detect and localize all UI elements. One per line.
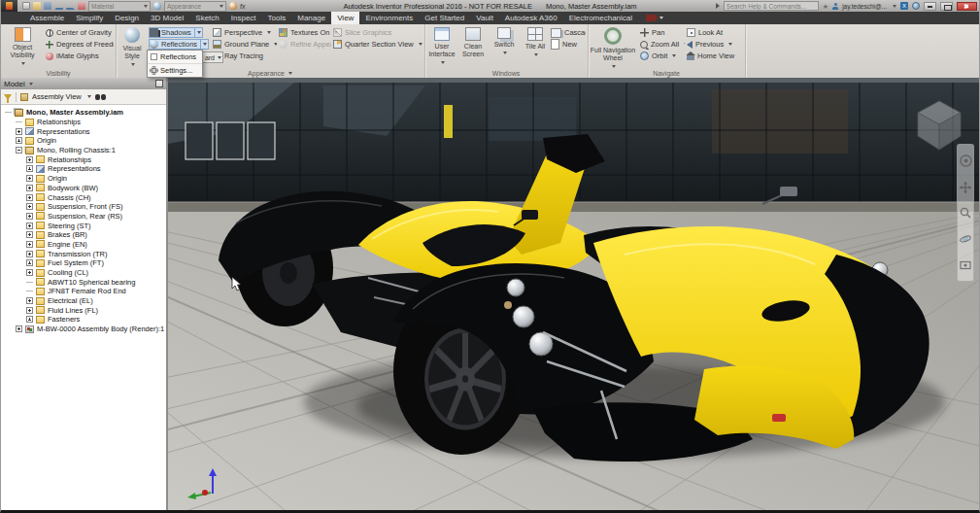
tab-tools[interactable]: Tools [262, 12, 292, 24]
tree-item[interactable]: Bodywork (BW) [1, 184, 166, 193]
tree-item[interactable]: Relationships [1, 118, 166, 127]
restore-button[interactable] [940, 2, 953, 11]
tree-item[interactable]: Fluid Lines (FL) [1, 305, 166, 315]
tree-item[interactable]: Electrical (EL) [1, 296, 166, 306]
zoom-all-button[interactable]: Zoom All [640, 39, 685, 50]
tree-item[interactable]: Chassis (CH) [1, 192, 166, 202]
minimize-button[interactable] [924, 2, 936, 11]
tab-design[interactable]: Design [109, 12, 145, 24]
pan-button[interactable]: Pan [640, 27, 683, 38]
expand-icon[interactable] [16, 325, 22, 332]
favorites-star-icon[interactable] [823, 2, 828, 11]
new-window-button[interactable]: New [551, 39, 586, 50]
imate-glyphs-button[interactable]: iMate Glyphs [46, 51, 114, 61]
expand-icon[interactable] [26, 241, 33, 248]
expand-icon[interactable] [26, 297, 33, 304]
slice-graphics-button[interactable]: Slice Graphics [333, 27, 419, 38]
tree-item[interactable]: Transmission (TR) [1, 249, 166, 258]
menu-item-settings-[interactable]: Settings... [148, 63, 202, 77]
clean-screen-button[interactable]: Clean Screen [459, 26, 487, 73]
tree-item[interactable]: M-BW-0000 Assembly Body (Render):1 [1, 325, 166, 334]
menu-item-reflections[interactable]: Reflections [148, 51, 202, 63]
navigation-bar[interactable] [957, 144, 974, 282]
expand-icon[interactable] [16, 128, 22, 135]
open-icon[interactable] [33, 2, 41, 10]
tree-item[interactable]: Engine (EN) [1, 240, 166, 250]
expand-icon[interactable] [26, 307, 33, 314]
filter-icon[interactable] [4, 94, 12, 100]
tab-electromechanical[interactable]: Electromechanical [563, 12, 638, 24]
tile-all-button[interactable]: Tile All [522, 26, 549, 73]
refine-appearance-button[interactable]: Refine Appearance [279, 39, 331, 50]
undo-icon[interactable] [54, 3, 63, 10]
object-visibility-button[interactable]: Object Visibility [3, 26, 42, 73]
tab-sketch[interactable]: Sketch [189, 12, 224, 24]
expand-icon[interactable] [26, 222, 33, 229]
previous-view-button[interactable]: Previous [687, 39, 741, 50]
tree-item[interactable]: Cooling (CL) [1, 268, 166, 278]
perspective-button[interactable]: Perspective [213, 27, 273, 38]
pan-icon[interactable] [960, 182, 971, 193]
collapse-icon[interactable] [16, 147, 22, 154]
expand-icon[interactable] [26, 251, 33, 257]
tree-item[interactable]: Steering (ST) [1, 221, 166, 230]
adjust-appearance-icon[interactable] [229, 2, 237, 10]
tree-item[interactable]: Origin [1, 136, 166, 146]
update-icon[interactable] [78, 2, 85, 10]
expand-icon[interactable] [26, 165, 33, 172]
zoom-icon[interactable] [960, 207, 971, 219]
visual-style-button[interactable]: Visual Style [118, 26, 147, 73]
close-button[interactable] [957, 2, 977, 11]
navigation-wheel-icon[interactable] [960, 154, 972, 167]
appearance-combo[interactable]: Appearance [164, 1, 226, 12]
expand-icon[interactable] [26, 259, 33, 266]
tree-item[interactable]: Suspension, Front (FS) [1, 202, 166, 212]
orbit-icon[interactable] [960, 233, 971, 245]
shadows-dropdown[interactable] [194, 28, 201, 37]
user-interface-button[interactable]: User Interface [426, 26, 457, 73]
search-input[interactable] [724, 1, 819, 11]
tab-inspect[interactable]: Inspect [225, 12, 262, 24]
application-menu-button[interactable] [1, 0, 17, 12]
expand-icon[interactable] [26, 231, 33, 238]
full-navigation-wheel-button[interactable]: Full Navigation Wheel [590, 26, 636, 73]
ground-plane-button[interactable]: Ground Plane [213, 39, 277, 50]
tree-item[interactable]: Fasteners [1, 315, 166, 325]
signed-in-user[interactable]: jay.tedeschi@... [842, 3, 887, 10]
expand-icon[interactable] [26, 185, 33, 191]
tree-item[interactable]: Representations [1, 126, 166, 136]
graphics-viewport[interactable] [168, 78, 979, 510]
tab-simplify[interactable]: Simplify [70, 12, 109, 24]
orbit-button[interactable]: Orbit [640, 51, 683, 61]
reflections-button[interactable]: Reflections [149, 39, 209, 50]
material-combo[interactable]: Material [88, 1, 151, 12]
tab-manage[interactable]: Manage [291, 12, 331, 24]
help-globe-icon[interactable] [912, 2, 920, 10]
find-icon[interactable] [95, 94, 100, 100]
tree-item[interactable]: Suspension, Rear (RS) [1, 212, 166, 222]
exchange-apps-icon[interactable] [900, 2, 908, 10]
look-at-icon[interactable] [960, 259, 971, 271]
save-icon[interactable] [44, 2, 51, 10]
view-selector[interactable]: Assembly View [32, 92, 82, 101]
expand-icon[interactable] [26, 316, 33, 323]
switch-button[interactable]: Switch [490, 26, 518, 73]
expand-icon[interactable] [26, 156, 33, 163]
clear-appearance-icon[interactable] [153, 2, 161, 10]
look-at-button[interactable]: Look At [687, 27, 741, 38]
tree-item[interactable]: Brakes (BR) [1, 230, 166, 240]
tab-autodesk-a360[interactable]: Autodesk A360 [499, 12, 563, 24]
parameters-fx-icon[interactable]: fx [240, 3, 245, 10]
expand-icon[interactable] [26, 175, 33, 182]
quarter-section-view-button[interactable]: Quarter Section View [333, 39, 422, 50]
tab-assemble[interactable]: Assemble [24, 12, 70, 24]
expand-icon[interactable] [26, 194, 33, 201]
tree-item[interactable]: ABWT10 Spherical bearing [1, 277, 166, 287]
tree-item[interactable]: Fuel System (FT) [1, 258, 166, 268]
expand-icon[interactable] [26, 203, 33, 210]
tab-environments[interactable]: Environments [359, 12, 419, 24]
shadows-button[interactable]: Shadows [149, 27, 203, 38]
reflections-dropdown[interactable] [200, 40, 207, 49]
tab-3d-model[interactable]: 3D Model [145, 12, 189, 24]
tree-item[interactable]: Mono, Rolling Chassis:1 [1, 146, 166, 155]
